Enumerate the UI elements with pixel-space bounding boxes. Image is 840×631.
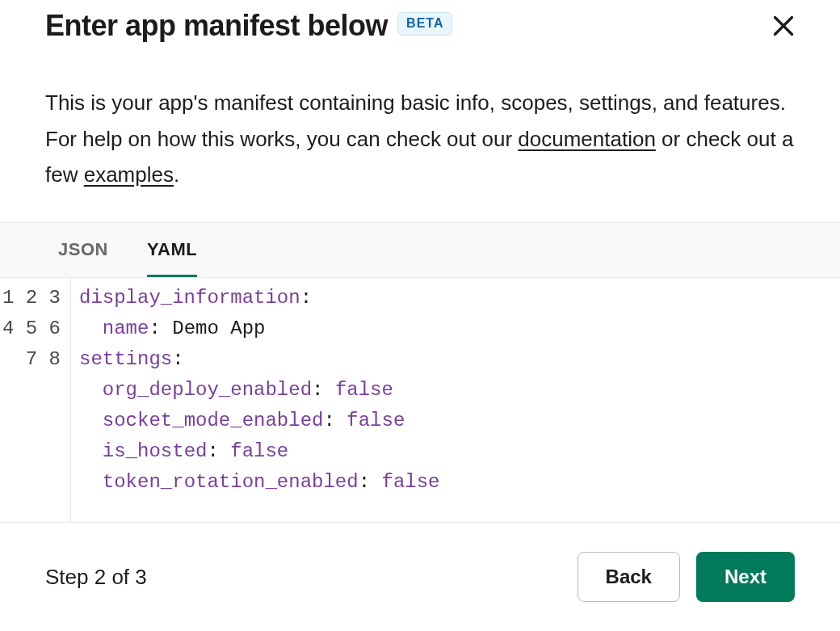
step-indicator: Step 2 of 3 [45,565,147,590]
tabs: JSON YAML [0,223,840,277]
code-content: display_information: name: Demo Appsetti… [71,278,440,522]
documentation-link[interactable]: documentation [518,127,656,151]
modal-footer: Step 2 of 3 Back Next [0,522,840,631]
modal-description: This is your app's manifest containing b… [0,46,840,222]
editor-inner: 1 2 3 4 5 6 7 8 display_information: nam… [0,278,840,522]
examples-link[interactable]: examples [84,162,174,187]
back-button[interactable]: Back [578,552,680,602]
tab-yaml[interactable]: YAML [147,223,197,277]
description-text-3: . [174,162,179,187]
manifest-modal: Enter app manifest below BETA This is yo… [0,0,840,631]
tab-json[interactable]: JSON [58,223,108,277]
tabs-container: JSON YAML [0,222,840,278]
modal-header: Enter app manifest below BETA [0,0,840,46]
modal-title: Enter app manifest below [45,8,388,43]
close-button[interactable] [766,8,801,46]
line-number-gutter: 1 2 3 4 5 6 7 8 [0,278,71,522]
code-editor[interactable]: 1 2 3 4 5 6 7 8 display_information: nam… [0,278,840,522]
next-button[interactable]: Next [696,552,795,602]
footer-buttons: Back Next [578,552,795,602]
beta-badge: BETA [397,12,452,36]
close-icon [769,11,798,40]
title-wrap: Enter app manifest below BETA [45,8,452,43]
